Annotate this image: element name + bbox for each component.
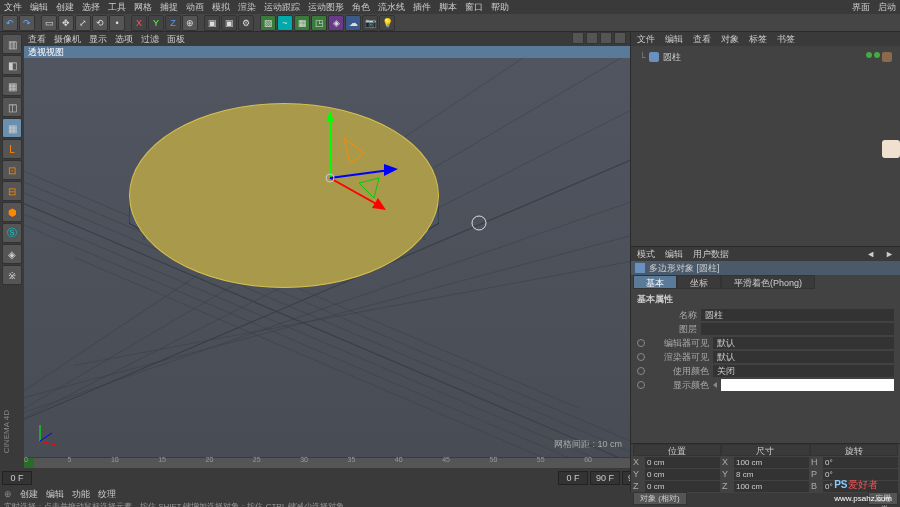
anim-bullet-icon[interactable]	[637, 353, 645, 361]
mat-create[interactable]: 创建	[20, 487, 38, 501]
axis-z-toggle[interactable]: Z	[165, 15, 181, 31]
workplane-mode[interactable]: ◫	[2, 97, 22, 117]
perspective-viewport[interactable]: 网格间距 : 10 cm	[24, 58, 630, 457]
rotate-tool[interactable]: ⟲	[92, 15, 108, 31]
size-z-input[interactable]: 100 cm	[734, 481, 809, 492]
vp-options[interactable]: 选项	[115, 32, 133, 46]
anim-bullet-icon[interactable]	[637, 339, 645, 347]
render-pv-button[interactable]: ▣	[221, 15, 237, 31]
menu-motrack[interactable]: 运动跟踪	[264, 0, 300, 14]
axis-mode[interactable]: L	[2, 139, 22, 159]
name-field[interactable]: 圆柱	[701, 309, 894, 321]
menu-pipeline[interactable]: 流水线	[378, 0, 405, 14]
attr-userdata[interactable]: 用户数据	[689, 247, 733, 261]
layout-interface[interactable]: 界面	[852, 0, 870, 14]
size-y-input[interactable]: 8 cm	[734, 469, 809, 480]
menu-edit[interactable]: 编辑	[30, 0, 48, 14]
om-tags[interactable]: 标签	[745, 32, 771, 46]
menu-render[interactable]: 渲染	[238, 0, 256, 14]
om-view[interactable]: 查看	[689, 32, 715, 46]
menu-sim[interactable]: 模拟	[212, 0, 230, 14]
anim-bullet-icon[interactable]	[637, 367, 645, 375]
edge-mode[interactable]: ⊟	[2, 181, 22, 201]
vp-nav-3[interactable]	[600, 32, 612, 44]
render-vis-select[interactable]: 默认	[713, 351, 894, 363]
spline-menu[interactable]: ~	[277, 15, 293, 31]
anim-bullet-icon[interactable]	[637, 381, 645, 389]
environment-menu[interactable]: ☁	[345, 15, 361, 31]
vp-nav-2[interactable]	[586, 32, 598, 44]
snap-toggle[interactable]: Ⓢ	[2, 223, 22, 243]
rot-h-input[interactable]: 0°	[823, 457, 898, 468]
last-tool[interactable]: •	[109, 15, 125, 31]
mat-edit[interactable]: 编辑	[46, 487, 64, 501]
model-mode[interactable]: ◧	[2, 55, 22, 75]
side-tab-icon[interactable]	[882, 140, 900, 158]
range-end-input[interactable]	[590, 471, 620, 485]
vp-camera[interactable]: 摄像机	[54, 32, 81, 46]
texture-mode[interactable]: ▦	[2, 76, 22, 96]
vp-nav-4[interactable]	[614, 32, 626, 44]
color-expand-icon[interactable]	[713, 382, 717, 388]
render-view-button[interactable]: ▣	[204, 15, 220, 31]
scale-tool[interactable]: ⤢	[75, 15, 91, 31]
undo-button[interactable]: ↶	[2, 15, 18, 31]
coord-tab-pos[interactable]: 位置	[633, 444, 721, 456]
menu-window[interactable]: 窗口	[465, 0, 483, 14]
editor-vis-select[interactable]: 默认	[713, 337, 894, 349]
vp-panel[interactable]: 面板	[167, 32, 185, 46]
display-color-swatch[interactable]	[721, 379, 894, 391]
render-settings-button[interactable]: ⚙	[238, 15, 254, 31]
coord-system-toggle[interactable]: ⊕	[182, 15, 198, 31]
redo-button[interactable]: ↷	[19, 15, 35, 31]
use-color-select[interactable]: 关闭	[713, 365, 894, 377]
coord-mode-select[interactable]: 对象 (相对)	[633, 492, 687, 505]
deformer-menu[interactable]: ◈	[328, 15, 344, 31]
layer-field[interactable]	[701, 323, 894, 335]
pos-z-input[interactable]: 0 cm	[645, 481, 720, 492]
menu-char[interactable]: 角色	[352, 0, 370, 14]
vp-filter[interactable]: 过滤	[141, 32, 159, 46]
light-menu[interactable]: 💡	[379, 15, 395, 31]
primitive-menu[interactable]: ▧	[260, 15, 276, 31]
current-frame-input[interactable]	[558, 471, 588, 485]
axis-y-toggle[interactable]: Y	[148, 15, 164, 31]
point-mode[interactable]: ⊡	[2, 160, 22, 180]
workplane-button[interactable]: ◈	[2, 244, 22, 264]
menu-anim[interactable]: 动画	[186, 0, 204, 14]
axis-x-toggle[interactable]: X	[131, 15, 147, 31]
om-edit[interactable]: 编辑	[661, 32, 687, 46]
phong-tag-icon[interactable]	[882, 52, 892, 62]
vp-view[interactable]: 查看	[28, 32, 46, 46]
tab-basic[interactable]: 基本	[633, 275, 677, 289]
menu-mograph[interactable]: 运动图形	[308, 0, 344, 14]
object-manager[interactable]: └ 圆柱	[631, 46, 900, 246]
misc-tool[interactable]: ※	[2, 265, 22, 285]
vp-display[interactable]: 显示	[89, 32, 107, 46]
coord-tab-rot[interactable]: 旋转	[810, 444, 898, 456]
vp-nav-1[interactable]	[572, 32, 584, 44]
size-x-input[interactable]: 100 cm	[734, 457, 809, 468]
menu-create[interactable]: 创建	[56, 0, 74, 14]
tree-item-cylinder[interactable]: └ 圆柱	[639, 50, 892, 64]
menu-help[interactable]: 帮助	[491, 0, 509, 14]
generator-menu[interactable]: ▦	[294, 15, 310, 31]
poly-mode[interactable]: ⬢	[2, 202, 22, 222]
tab-phong[interactable]: 平滑着色(Phong)	[721, 275, 815, 289]
live-select-tool[interactable]: ▭	[41, 15, 57, 31]
pos-y-input[interactable]: 0 cm	[645, 469, 720, 480]
generator2-menu[interactable]: ◳	[311, 15, 327, 31]
mat-function[interactable]: 功能	[72, 487, 90, 501]
menu-tools[interactable]: 工具	[108, 0, 126, 14]
attr-nav-back-icon[interactable]: ◄	[862, 247, 879, 261]
menu-file[interactable]: 文件	[4, 0, 22, 14]
pos-x-input[interactable]: 0 cm	[645, 457, 720, 468]
menu-mesh[interactable]: 网格	[134, 0, 152, 14]
object-mode[interactable]: ▦	[2, 118, 22, 138]
menu-snap[interactable]: 捕捉	[160, 0, 178, 14]
visibility-dot-editor[interactable]	[866, 52, 872, 58]
range-start-input[interactable]	[2, 471, 32, 485]
attr-nav-fwd-icon[interactable]: ►	[881, 247, 898, 261]
move-tool[interactable]: ✥	[58, 15, 74, 31]
visibility-dot-render[interactable]	[874, 52, 880, 58]
